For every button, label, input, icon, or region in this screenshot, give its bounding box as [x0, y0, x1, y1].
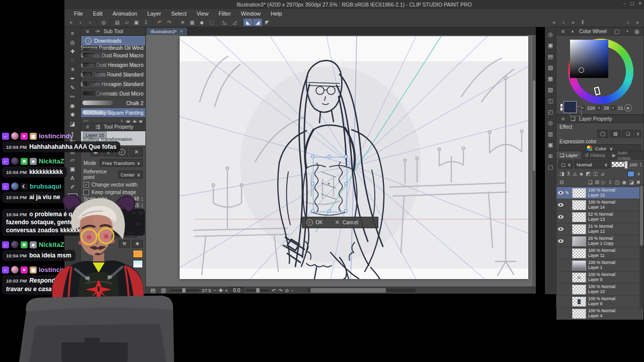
- saturation-value-square[interactable]: [570, 40, 608, 78]
- layer-thumbnail[interactable]: [572, 236, 586, 246]
- move-tool-icon[interactable]: ✚: [67, 47, 78, 55]
- pencil-tool-icon[interactable]: ✎: [67, 83, 78, 92]
- info-panel-icon[interactable]: ▤: [548, 53, 553, 60]
- subtool-item[interactable]: Cinematic Dust Micro: [81, 89, 145, 99]
- layer-thumbnail[interactable]: [572, 309, 586, 319]
- layer-row[interactable]: A 100 % Normal Layer 9: [556, 272, 643, 284]
- tone-effect-icon[interactable]: ▨: [610, 130, 621, 138]
- subtool-item[interactable]: Cinematic Dusts Round Standard: [81, 70, 145, 79]
- layer-name[interactable]: Layer 11: [588, 253, 615, 258]
- horizontal-scrollbar[interactable]: [307, 289, 416, 292]
- chevron-down-icon[interactable]: ∨: [637, 171, 640, 176]
- search-panel-icon[interactable]: ◎: [548, 120, 553, 126]
- layer-row-selected[interactable]: ✎ 100 % Normal Layer 15: [556, 187, 643, 199]
- export-icon[interactable]: ⇩: [141, 19, 150, 26]
- layer-thumbnail[interactable]: [572, 260, 586, 270]
- subview-panel-icon[interactable]: ▣: [548, 42, 553, 49]
- brush-panel-icon[interactable]: ◫: [548, 98, 553, 104]
- chevron-down-icon[interactable]: ∨: [635, 130, 641, 138]
- blend-mode-dropdown[interactable]: Normal ∨: [574, 160, 610, 168]
- decoration-tool-icon[interactable]: ✱: [67, 111, 78, 119]
- subtool-item[interactable]: Chalk 2: [81, 99, 145, 108]
- magic-wand-tool-icon[interactable]: ✳: [67, 65, 78, 73]
- layer-row[interactable]: 100 % Normal Layer 8: [556, 296, 643, 308]
- minimize-button[interactable]: –: [623, 1, 626, 6]
- workspace-next-icon[interactable]: »: [569, 19, 578, 26]
- visibility-eye-icon[interactable]: [558, 203, 564, 207]
- current-color-swatch[interactable]: [564, 101, 577, 113]
- undo-icon[interactable]: ↶: [155, 19, 164, 26]
- new-vector-layer-icon[interactable]: ⊞: [595, 179, 599, 185]
- panel-collapse-left-icon[interactable]: «: [66, 19, 75, 26]
- collapse-icon[interactable]: ‹: [291, 288, 293, 293]
- maximize-button[interactable]: ▢: [630, 1, 634, 6]
- cancel-button[interactable]: Cancel: [343, 220, 358, 225]
- layer-row[interactable]: 26 % Normal Layer 1 Copy: [556, 235, 643, 247]
- border-effect-icon[interactable]: ◯: [597, 130, 608, 138]
- deselect-icon[interactable]: ✳: [178, 19, 187, 26]
- tab-close-icon[interactable]: ✕: [180, 29, 183, 34]
- menu-select[interactable]: Select: [167, 10, 191, 17]
- zoom-reset-icon[interactable]: ▪: [225, 288, 227, 293]
- zoom-in-icon[interactable]: ✚: [219, 288, 223, 293]
- airbrush-tool-icon[interactable]: ◉: [67, 102, 78, 110]
- enable-mask-icon[interactable]: ◫: [593, 171, 598, 176]
- navigator-panel-icon[interactable]: ◎: [548, 31, 553, 38]
- open-file-icon[interactable]: ▱: [122, 19, 131, 26]
- transform-handle[interactable]: [344, 209, 348, 213]
- lock-transparent-icon[interactable]: ◩: [586, 171, 590, 176]
- transform-handle[interactable]: [328, 155, 331, 158]
- workspace-back-icon[interactable]: ‹: [559, 19, 568, 26]
- layer-property-header[interactable]: ≡ ❏ Layer Property: [556, 115, 643, 123]
- subtool-item-selected[interactable]: Chalky Square Painting: [81, 108, 145, 118]
- layer-name[interactable]: Layer 1 Copy: [588, 241, 614, 246]
- zoom-out-icon[interactable]: −: [214, 288, 217, 293]
- menu-filter[interactable]: Filter: [214, 10, 235, 17]
- lasso-tool-icon[interactable]: ◌: [67, 56, 78, 64]
- subtool-item[interactable]: Cinematic Dust Round Macro: [81, 51, 145, 60]
- draft-layer-icon[interactable]: ◬: [573, 171, 577, 176]
- opacity-value[interactable]: 100: [629, 162, 637, 167]
- transform-handle[interactable]: [311, 155, 314, 158]
- reference-layer-icon[interactable]: ⊼: [567, 171, 570, 176]
- subtool-group-downloads[interactable]: ↓ Downloads: [82, 36, 145, 45]
- layer-thumbnail[interactable]: A: [572, 273, 586, 283]
- selection-border-icon[interactable]: ⬚: [207, 19, 216, 26]
- transform-handle[interactable]: [344, 155, 348, 158]
- menu-help[interactable]: Help: [266, 10, 287, 17]
- layer-thumbnail[interactable]: [572, 200, 586, 210]
- layer-row[interactable]: 100 % Normal Layer 1: [556, 259, 643, 272]
- panel-left-icon[interactable]: ‹: [76, 19, 85, 26]
- rotation-value[interactable]: 0.0: [229, 287, 244, 294]
- ok-button[interactable]: OK: [315, 220, 323, 225]
- layer-thumbnail[interactable]: [572, 285, 586, 295]
- layer-name[interactable]: Layer 1: [588, 265, 615, 270]
- layer-name[interactable]: Layer 14: [588, 205, 615, 210]
- layer-thumbnail[interactable]: [572, 248, 586, 258]
- document-tab[interactable]: Illustration3* ✕: [146, 27, 188, 35]
- subtool-panel-header[interactable]: ≡ ✑ Sub Tool: [81, 28, 145, 36]
- set-ruler-icon[interactable]: ⊿: [600, 171, 604, 176]
- visibility-eye-icon[interactable]: [558, 239, 564, 243]
- history-panel-icon[interactable]: ▨: [548, 64, 553, 71]
- opacity-stepper[interactable]: ▴▾: [640, 162, 641, 167]
- layer-name[interactable]: Layer 9: [588, 278, 615, 283]
- rotation-slider[interactable]: [246, 290, 269, 291]
- sv-selector[interactable]: [579, 67, 584, 73]
- brush-tool-icon[interactable]: ✏: [67, 93, 78, 101]
- redo-icon[interactable]: ↷: [165, 19, 174, 26]
- panel-menu-icon[interactable]: ≡: [84, 28, 92, 36]
- layer-list-menu-icon[interactable]: ⊟: [559, 179, 564, 185]
- close-button[interactable]: ✕: [638, 1, 642, 6]
- eraser-tool-icon[interactable]: ◪: [67, 120, 78, 128]
- reset-view-icon[interactable]: ⊙: [285, 288, 289, 293]
- panel-scroll-right-icon[interactable]: ›: [623, 19, 632, 26]
- snap-special-ruler-icon[interactable]: ◢: [253, 19, 262, 26]
- layer-list-scrollbar[interactable]: [639, 185, 643, 309]
- tab-history[interactable]: ↺ History: [581, 151, 609, 159]
- flip-icon[interactable]: ◿: [230, 19, 239, 26]
- layer-name[interactable]: Layer 4: [588, 314, 615, 319]
- layer-color-effect-icon[interactable]: ❏: [622, 130, 633, 138]
- color-wheel-header[interactable]: ≡ ◐ Color Wheel ▢ ◔ ◍: [556, 28, 643, 36]
- menu-edit[interactable]: Edit: [89, 10, 107, 17]
